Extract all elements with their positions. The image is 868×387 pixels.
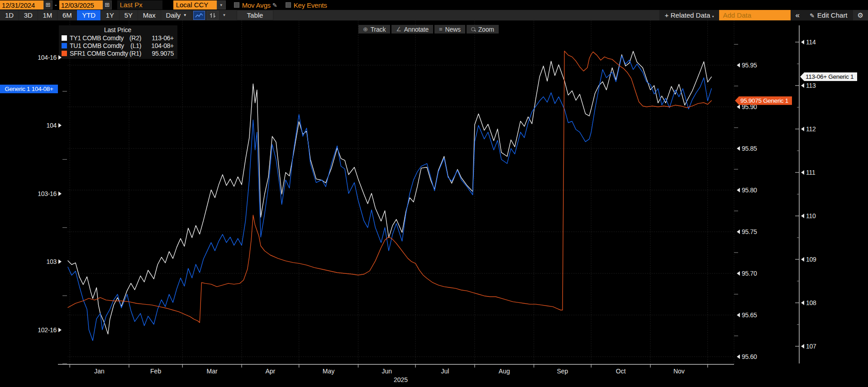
badge-right-outer: 113-06+ Generic 1	[800, 72, 857, 81]
right-inner-axis-label: 95.70	[737, 270, 773, 277]
legend-axis-tag: (R1)	[129, 50, 141, 57]
x-axis-month-label: Aug	[494, 368, 514, 375]
x-axis	[58, 364, 734, 368]
right-outer-axis-label: 114	[801, 38, 828, 46]
right-outer-axis	[795, 25, 799, 363]
magnifier-icon	[471, 27, 476, 32]
right-inner-axis-label: 95.95	[737, 62, 773, 69]
badge-left: Generic 1 104-08+	[0, 85, 58, 93]
right-inner-axis-label: 95.60	[737, 353, 773, 360]
legend-item[interactable]: SFR1 COMB Comdty(R1)95.9075	[62, 49, 174, 57]
series-line-tu1	[68, 56, 711, 341]
left-axis-label: 103-16	[18, 190, 62, 197]
gridlines	[68, 21, 734, 364]
x-axis-month-label: May	[319, 368, 339, 375]
track-button[interactable]: ⊕Track	[358, 25, 390, 33]
track-icon: ⊕	[363, 26, 368, 33]
right-inner-axis-label: 95.85	[737, 145, 773, 152]
price-chart: Last Price TY1 COMB Comdty(R2)113-06+TU1…	[0, 21, 868, 387]
legend-swatch	[62, 51, 67, 56]
chart-toolbar: ⊕Track∠Annotate≡NewsZoom	[358, 25, 499, 33]
series-line-ty1	[68, 51, 711, 334]
x-axis-year-label: 2025	[394, 376, 408, 383]
legend-item[interactable]: TY1 COMB Comdty(R2)113-06+	[62, 34, 174, 42]
right-outer-axis-label: 113	[801, 82, 828, 89]
annotate-button[interactable]: ∠Annotate	[391, 25, 433, 33]
zoom-button[interactable]: Zoom	[467, 25, 499, 33]
badge-right-inner: 95.9075 Generic 1	[735, 96, 792, 105]
series-line-sfr1	[68, 51, 711, 323]
news-icon: ≡	[439, 26, 442, 33]
left-axis-label: 104	[18, 122, 62, 129]
x-axis-month-label: Sep	[553, 368, 572, 375]
right-outer-axis-label: 108	[801, 299, 828, 306]
news-button[interactable]: ≡News	[434, 25, 465, 33]
legend-value: 95.9075	[146, 50, 174, 57]
x-axis-month-label: Jan	[90, 368, 110, 375]
right-outer-axis-label: 112	[801, 125, 828, 133]
right-outer-axis-label: 111	[801, 169, 828, 176]
right-inner-axis-label: 95.80	[737, 186, 773, 194]
button-label: Zoom	[478, 26, 494, 33]
x-axis-month-label: Mar	[202, 368, 222, 375]
x-axis-month-label: Feb	[146, 368, 166, 375]
right-inner-axis-label: 95.65	[737, 311, 773, 319]
button-label: News	[445, 26, 461, 33]
left-axis-label: 104-16	[18, 54, 62, 61]
legend-axis-tag: (R2)	[129, 34, 141, 42]
button-label: Annotate	[404, 26, 429, 33]
right-outer-axis-label: 109	[801, 256, 828, 263]
x-axis-month-label: Jun	[377, 368, 397, 375]
legend-value: 104-08+	[146, 42, 174, 49]
right-outer-axis-label: 110	[801, 212, 828, 220]
right-outer-axis-label: 107	[801, 343, 828, 350]
left-axis-label: 102-16	[18, 326, 62, 334]
legend-ticker: SFR1 COMB Comdty	[70, 50, 129, 57]
chart-legend: Last Price TY1 COMB Comdty(R2)113-06+TU1…	[59, 25, 177, 59]
x-axis-month-label: Apr	[260, 368, 280, 375]
legend-ticker: TU1 COMB Comdty	[70, 42, 130, 49]
legend-swatch	[62, 43, 67, 48]
legend-value: 113-06+	[146, 34, 174, 42]
left-axis-label: 103	[18, 258, 62, 265]
legend-title: Last Price	[62, 26, 174, 33]
annotate-icon: ∠	[396, 26, 401, 33]
button-label: Track	[371, 26, 386, 33]
x-axis-month-label: Nov	[669, 368, 689, 375]
legend-ticker: TY1 COMB Comdty	[70, 34, 129, 42]
legend-swatch	[62, 35, 67, 41]
legend-axis-tag: (L1)	[130, 42, 141, 49]
x-axis-month-label: Jul	[435, 368, 455, 375]
right-inner-axis-label: 95.75	[737, 228, 773, 235]
x-axis-month-label: Oct	[611, 368, 631, 375]
legend-item[interactable]: TU1 COMB Comdty(L1)104-08+	[62, 42, 174, 49]
series-lines	[68, 51, 711, 341]
